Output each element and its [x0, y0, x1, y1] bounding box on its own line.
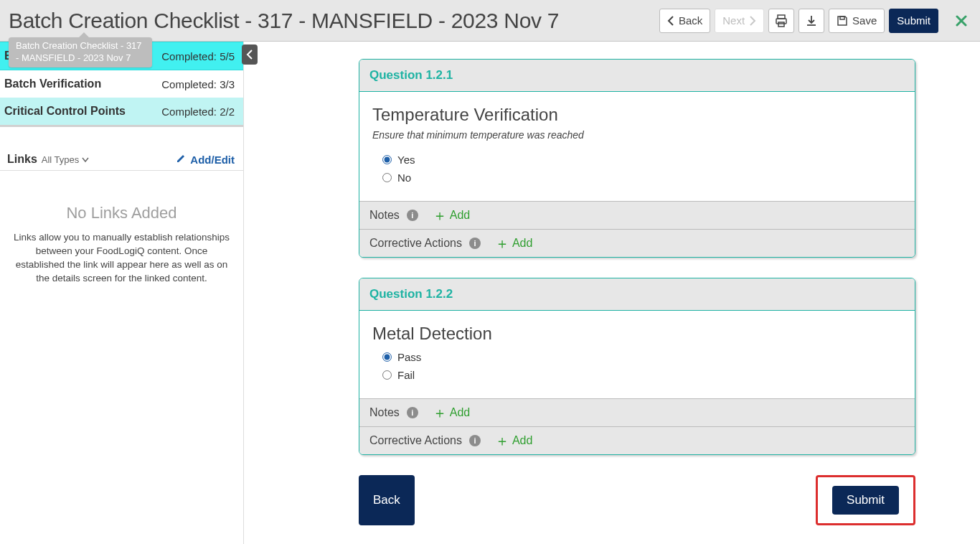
submit-highlight: Submit [816, 475, 915, 525]
collapse-sidebar-button[interactable] [242, 44, 258, 65]
breadcrumb-tooltip: Batch Creation Checklist - 317 - MANSFIE… [9, 37, 152, 67]
option-pass[interactable]: Pass [372, 348, 902, 366]
radio-input[interactable] [382, 370, 392, 380]
notes-row: Notes i ＋ Add [359, 201, 915, 229]
header-actions: Back Next Save Submi [659, 9, 971, 33]
chevron-right-icon [749, 16, 756, 26]
print-icon [775, 14, 788, 27]
radio-input[interactable] [382, 155, 392, 164]
question-note: Ensure that minimum temperature was reac… [372, 129, 902, 141]
bottom-back-button[interactable]: Back [359, 475, 415, 525]
links-label: Links [7, 153, 37, 166]
back-label: Back [679, 14, 702, 27]
add-notes-button[interactable]: ＋ Add [433, 209, 470, 222]
corrective-actions-row: Corrective Actions i ＋ Add [359, 426, 915, 454]
notes-row: Notes i ＋ Add [359, 398, 915, 426]
bottom-nav: Back Submit [359, 475, 915, 525]
option-label: Yes [397, 154, 415, 166]
print-button[interactable] [768, 9, 794, 33]
next-label: Next [722, 14, 745, 27]
bottom-submit-button[interactable]: Submit [832, 486, 899, 515]
info-icon: i [407, 210, 418, 221]
question-number: Question 1.2.1 [359, 60, 915, 92]
svg-rect-2 [778, 22, 784, 27]
option-label: Fail [397, 369, 415, 381]
option-yes[interactable]: Yes [372, 151, 902, 169]
save-button[interactable]: Save [829, 9, 885, 33]
option-label: No [397, 172, 411, 184]
submit-button[interactable]: Submit [889, 9, 938, 33]
save-label: Save [852, 14, 877, 27]
radio-input[interactable] [382, 352, 392, 362]
next-button: Next [715, 9, 764, 33]
chevron-left-icon [667, 16, 674, 26]
links-add-edit-label: Add/Edit [190, 154, 235, 166]
option-no[interactable]: No [372, 169, 902, 187]
notes-label: Notes [369, 406, 400, 419]
save-icon [837, 15, 848, 27]
add-label: Add [450, 209, 470, 222]
sidebar: Batch Checklist Completed: 5/5 Batch Ver… [0, 42, 244, 544]
chevron-left-icon [246, 50, 253, 60]
info-icon: i [469, 435, 481, 446]
info-icon: i [407, 407, 418, 418]
close-button[interactable] [951, 11, 971, 31]
svg-rect-3 [840, 17, 844, 19]
links-empty-body: Links allow you to manually establish re… [0, 222, 243, 286]
pencil-icon [176, 154, 186, 164]
links-header: Links All Types Add/Edit [0, 144, 243, 171]
section-status: Completed: 5/5 [161, 50, 235, 62]
section-status: Completed: 3/3 [161, 78, 235, 90]
question-title: Metal Detection [372, 324, 902, 344]
chevron-down-icon [82, 157, 89, 163]
add-notes-button[interactable]: ＋ Add [433, 406, 470, 419]
section-name: Batch Verification [4, 78, 101, 90]
corrective-actions-label: Corrective Actions [369, 434, 462, 447]
main-content: Question 1.2.1 Temperature Verification … [244, 42, 980, 544]
download-icon [805, 14, 818, 27]
close-icon [956, 15, 967, 27]
corrective-actions-row: Corrective Actions i ＋ Add [359, 229, 915, 257]
section-name: Critical Control Points [4, 105, 126, 118]
question-title: Temperature Verification [372, 105, 902, 125]
add-label: Add [512, 434, 532, 447]
add-corrective-action-button[interactable]: ＋ Add [495, 237, 532, 250]
question-card: Question 1.2.1 Temperature Verification … [359, 59, 915, 258]
section-item-critical-control-points[interactable]: Critical Control Points Completed: 2/2 [0, 98, 243, 125]
links-add-edit-button[interactable]: Add/Edit [176, 154, 235, 166]
add-label: Add [450, 406, 470, 419]
links-filter-dropdown[interactable]: All Types [42, 154, 90, 165]
question-number: Question 1.2.2 [359, 278, 915, 311]
radio-input[interactable] [382, 173, 392, 182]
option-label: Pass [397, 351, 421, 363]
option-fail[interactable]: Fail [372, 366, 902, 384]
corrective-actions-label: Corrective Actions [369, 237, 462, 250]
bottom-submit-label: Submit [847, 493, 885, 507]
notes-label: Notes [369, 209, 400, 222]
info-icon: i [469, 238, 481, 249]
section-item-batch-verification[interactable]: Batch Verification Completed: 3/3 [0, 70, 243, 98]
links-filter-value: All Types [42, 154, 80, 165]
submit-label: Submit [897, 14, 930, 27]
page-header: Batch Creation Checklist - 317 - MANSFIE… [0, 0, 980, 42]
download-button[interactable] [798, 9, 824, 33]
add-corrective-action-button[interactable]: ＋ Add [495, 434, 532, 447]
question-card: Question 1.2.2 Metal Detection Pass Fail… [359, 278, 915, 455]
links-empty-title: No Links Added [0, 204, 243, 222]
bottom-back-label: Back [373, 493, 400, 507]
svg-rect-1 [776, 19, 786, 24]
section-status: Completed: 2/2 [161, 105, 235, 118]
back-button[interactable]: Back [659, 9, 710, 33]
add-label: Add [512, 237, 532, 250]
section-divider [0, 125, 243, 127]
page-title: Batch Creation Checklist - 317 - MANSFIE… [9, 9, 559, 33]
